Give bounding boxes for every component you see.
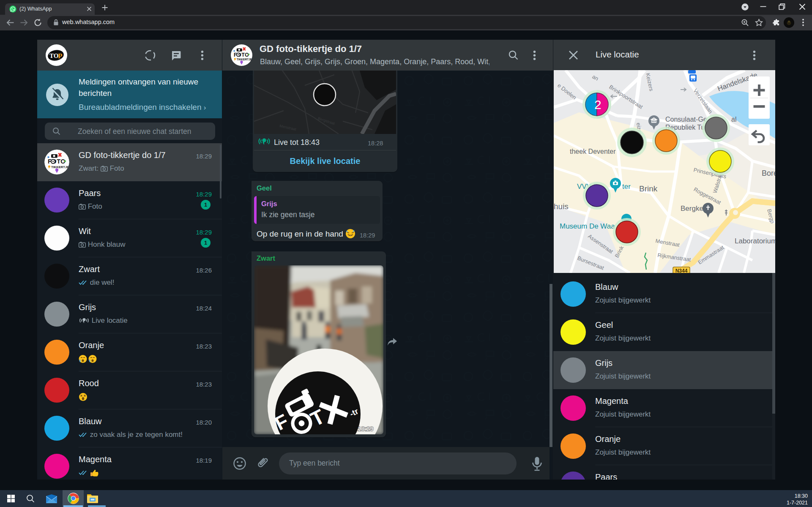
svg-text:2: 2 [594,98,601,112]
svg-text:P: P [58,52,62,60]
svg-text:Consulaat-Ge: Consulaat-Ge [665,116,707,123]
svg-text:theek Deventer: theek Deventer [570,148,616,155]
svg-text:ter: ter [622,183,631,191]
svg-text:Museum De Waa: Museum De Waa [560,222,615,230]
svg-text:TIKKERTJE: TIKKERTJE [237,58,252,61]
svg-text:Brink: Brink [639,184,658,193]
svg-text:al: al [731,116,736,123]
svg-text:Laboratoriumplein: Laboratoriumplein [735,237,775,245]
svg-text:huis: huis [554,202,569,211]
svg-text:FOTO: FOTO [234,52,249,58]
svg-text:N344: N344 [675,268,688,273]
svg-text:TIKKERTJE: TIKKERTJE [51,165,69,169]
svg-text:TO: TO [49,52,58,59]
svg-text:Boreelp: Boreelp [762,169,775,177]
svg-text:FOTO: FOTO [48,158,66,165]
svg-text:18:29: 18:29 [358,425,374,432]
